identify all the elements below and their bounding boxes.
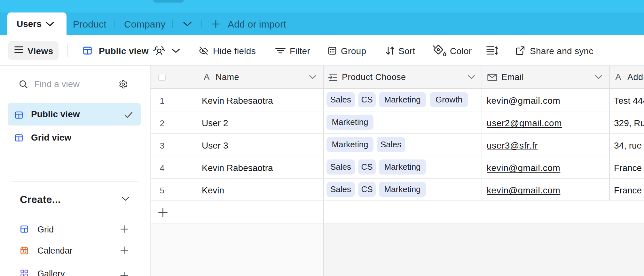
svg-text:31: 31 [22,250,26,254]
